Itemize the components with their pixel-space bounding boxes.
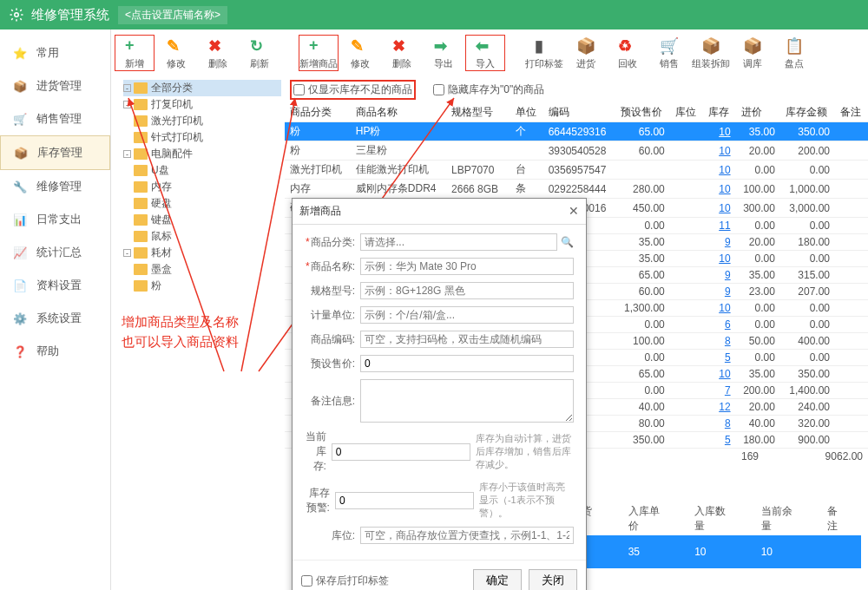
add-button[interactable]: +新增 <box>115 35 155 71</box>
gear-icon <box>9 7 24 23</box>
tree-node[interactable]: -电脑配件 <box>123 146 281 162</box>
import-button[interactable]: ⬅导入 <box>465 35 505 71</box>
table-row[interactable]: 粉三星粉393054052860.001020.00200.00 <box>285 141 868 161</box>
tree-node[interactable]: -耗材 <box>123 245 281 261</box>
sidebar-item[interactable]: 📈统计汇总 <box>0 236 110 269</box>
table-row[interactable]: 内存威刚内存条DDR42666 8GB条0292258444280.001010… <box>285 180 868 199</box>
category-select[interactable] <box>360 233 557 251</box>
tree-node[interactable]: U盘 <box>123 162 281 179</box>
print-button[interactable]: ▮打印标签 <box>524 35 564 71</box>
move-button[interactable]: 📦调库 <box>733 35 773 71</box>
sidebar: ⭐常用📦进货管理🛒销售管理📦库存管理🔧维修管理📊日常支出📈统计汇总📄资料设置⚙️… <box>0 30 111 590</box>
save-and-print-checkbox[interactable]: 保存后打印标签 <box>301 574 389 588</box>
tree-node[interactable]: 针式打印机 <box>123 129 281 146</box>
dialog-title: 新增商品 <box>299 204 569 219</box>
stockin-button[interactable]: 📦进货 <box>566 35 606 71</box>
recycle-button[interactable]: ♻回收 <box>608 35 648 71</box>
sidebar-item[interactable]: 📦库存管理 <box>0 135 110 170</box>
tree-node[interactable]: 鼠标 <box>123 228 281 245</box>
sidebar-item[interactable]: ⭐常用 <box>0 36 110 69</box>
edit-goods-button[interactable]: ✎修改 <box>340 35 380 71</box>
ok-button[interactable]: 确定 <box>473 569 522 590</box>
shop-name-button[interactable]: <点击设置店铺名称> <box>118 6 227 24</box>
tree-node[interactable]: 粉 <box>123 278 281 294</box>
name-field[interactable] <box>360 258 574 275</box>
tree-node[interactable]: 键盘 <box>123 212 281 228</box>
code-field[interactable] <box>360 331 574 348</box>
sidebar-item[interactable]: 📦进货管理 <box>0 69 110 102</box>
filter-hide-zero[interactable]: 隐藏库存为"0"的商品 <box>433 80 544 100</box>
table-row[interactable]: 粉HP粉个664452931665.001035.00350.00 <box>285 122 868 141</box>
add-goods-button[interactable]: +新增商品 <box>299 35 339 71</box>
sidebar-item[interactable]: 🔧维修管理 <box>0 170 110 203</box>
app-titlebar: 维修管理系统 <点击设置店铺名称> <box>0 0 868 30</box>
remark-field[interactable] <box>360 379 574 423</box>
split-button[interactable]: 📦组装拆卸 <box>691 35 731 71</box>
sidebar-item[interactable]: ⚙️系统设置 <box>0 302 110 335</box>
app-title: 维修管理系统 <box>31 7 109 23</box>
svg-point-0 <box>15 13 19 17</box>
tree-node[interactable]: -打复印机 <box>123 96 281 113</box>
tree-node[interactable]: 内存 <box>123 179 281 195</box>
check-button[interactable]: 📋盘点 <box>774 35 814 71</box>
sidebar-item[interactable]: 📄资料设置 <box>0 269 110 302</box>
stock-field[interactable] <box>332 443 470 461</box>
close-icon[interactable]: ✕ <box>569 204 579 219</box>
tree-node[interactable]: 激光打印机 <box>123 113 281 129</box>
add-goods-dialog: 新增商品 ✕ *商品分类:🔍 *商品名称: 规格型号: 计量单位: 商品编码: … <box>292 198 587 590</box>
category-tree: -全部分类-打复印机激光打印机针式打印机-电脑配件U盘内存硬盘键盘鼠标-耗材墨盒… <box>111 76 285 590</box>
refresh-button[interactable]: ↻刷新 <box>240 35 279 71</box>
delete-button[interactable]: ✖删除 <box>198 35 238 71</box>
sidebar-item[interactable]: 📊日常支出 <box>0 203 110 236</box>
table-row[interactable]: 激光打印机佳能激光打印机LBP7070台0356957547100.000.00 <box>285 161 868 180</box>
spec-field[interactable] <box>360 282 574 299</box>
toolbar: +新增✎修改✖删除↻刷新+新增商品✎修改✖删除➡导出⬅导入▮打印标签📦进货♻回收… <box>111 30 868 76</box>
cancel-button[interactable]: 关闭 <box>529 569 577 590</box>
delete-goods-button[interactable]: ✖删除 <box>382 35 422 71</box>
sale-button[interactable]: 🛒销售 <box>649 35 689 71</box>
sidebar-item[interactable]: ❓帮助 <box>0 335 110 368</box>
loc-field[interactable] <box>360 527 574 544</box>
tree-node[interactable]: -全部分类 <box>123 80 281 96</box>
export-button[interactable]: ➡导出 <box>424 35 464 71</box>
unit-field[interactable] <box>360 306 574 324</box>
price-field[interactable] <box>360 355 574 372</box>
warn-field[interactable] <box>335 492 474 509</box>
tree-node[interactable]: 硬盘 <box>123 195 281 212</box>
sidebar-item[interactable]: 🛒销售管理 <box>0 102 110 135</box>
filter-row: 仅显示库存不足的商品 隐藏库存为"0"的商品 <box>285 76 868 103</box>
tree-node[interactable]: 墨盒 <box>123 261 281 278</box>
edit-button[interactable]: ✎修改 <box>156 35 196 71</box>
filter-low-stock[interactable]: 仅显示库存不足的商品 <box>293 82 412 97</box>
